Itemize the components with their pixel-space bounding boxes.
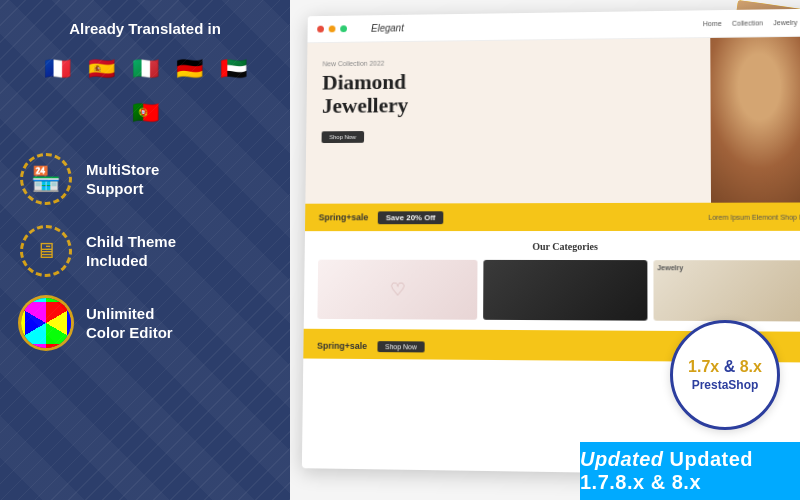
feature-child-theme: 🖥 Child Theme Included [20,225,270,277]
category-jewelry: Jewelry [653,260,800,321]
prestashop-badge: 1.7x & 8.x PrestaShop [670,320,780,430]
hero-image [710,36,800,202]
banner-sale-badge: Save 20% Off [378,211,443,224]
hero-left: New Collection 2022 Diamond Jewellery Sh… [305,38,711,204]
hero-title: Diamond Jewellery [322,67,695,118]
hero-button: Shop Now [322,131,364,143]
left-panel: Already Translated in 🇫🇷 🇪🇸 🇮🇹 🇩🇪 🇦🇪 🇵🇹 … [0,0,290,500]
color-wheel [21,298,71,348]
bottom-shop-btn: Shop Now [377,341,425,352]
hero-model-bg [710,36,800,202]
multistore-text: MultiStore Support [86,160,159,199]
flag-fr: 🇫🇷 [39,51,75,87]
flag-pt: 🇵🇹 [127,95,163,131]
promo-banner: Spring+sale Save 20% Off Lorem Ipsum Ele… [305,202,800,231]
color-wheel-icon [20,297,72,349]
dot-red [317,26,324,33]
update-banner: Updated Updated 1.7.8.x & 8.x [580,442,800,500]
banner-spring-text: Spring+sale [319,212,369,222]
nav-item: Collection [732,19,763,26]
nav-items: Home Collection Jewelry Sale [703,19,800,28]
bottom-spring-text: Spring+sale [317,341,367,351]
prestashop-version: 1.7x & 8.x [688,358,762,376]
category-earrings: ♡ [317,260,477,320]
categories-grid: ♡ Jewelry [317,260,800,322]
dot-green [340,25,347,32]
flags-row: 🇫🇷 🇪🇸 🇮🇹 🇩🇪 🇦🇪 🇵🇹 [20,51,270,131]
nav-item: Jewelry [773,19,797,26]
update-text: Updated Updated 1.7.8.x & 8.x [580,448,800,494]
color-editor-text: Unlimited Color Editor [86,304,173,343]
feature-color-editor: Unlimited Color Editor [20,297,270,349]
earring-icon: ♡ [389,279,405,301]
nav-item: Home [703,20,722,27]
categories-section: Our Categories ♡ Jewelry [304,231,800,332]
flag-it: 🇮🇹 [127,51,163,87]
prestashop-label: PrestaShop [692,378,759,392]
feature-multistore: 🏪 MultiStore Support [20,153,270,205]
banner-lorem-text: Lorem Ipsum Elemont Shop Now > [708,213,800,220]
child-theme-text: Child Theme Included [86,232,176,271]
dot-yellow [329,26,336,33]
flag-es: 🇪🇸 [83,51,119,87]
translated-title: Already Translated in [69,20,221,37]
child-theme-icon: 🖥 [20,225,72,277]
hero-small-text: New Collection 2022 [322,56,694,67]
site-logo: Elegant [371,23,404,34]
hero-section: New Collection 2022 Diamond Jewellery Sh… [305,36,800,203]
category-model [483,260,647,321]
right-panel: Elegant Home Collection Jewelry Sale New… [290,0,800,500]
multistore-icon: 🏪 [20,153,72,205]
categories-title: Our Categories [318,241,800,252]
flag-ae: 🇦🇪 [215,51,251,87]
flag-de: 🇩🇪 [171,51,207,87]
